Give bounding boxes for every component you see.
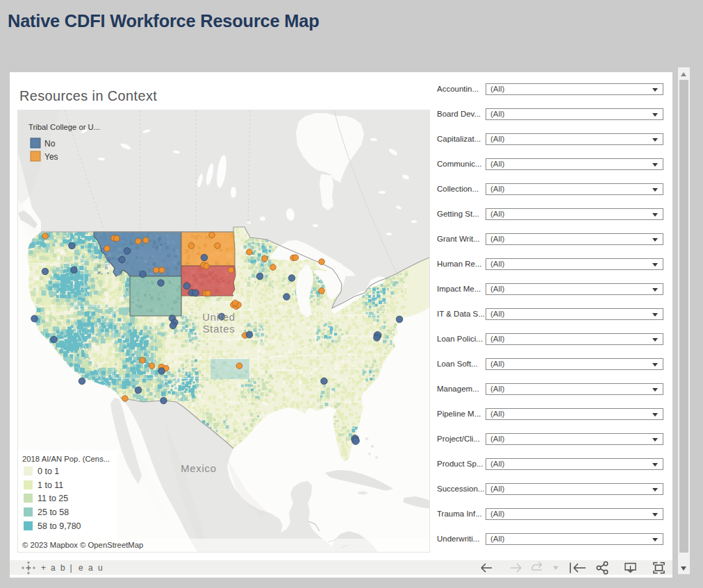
svg-text:58 to 9,780: 58 to 9,780 <box>38 521 81 531</box>
svg-text:Yes: Yes <box>44 152 58 162</box>
svg-text:+: + <box>41 563 46 573</box>
svg-text:0 to 1: 0 to 1 <box>38 467 59 476</box>
svg-text:States: States <box>203 324 235 335</box>
svg-text:1 to 11: 1 to 11 <box>38 480 63 490</box>
svg-text:25 to 58: 25 to 58 <box>38 507 69 517</box>
svg-text:e: e <box>78 563 83 573</box>
svg-text:b: b <box>60 563 65 573</box>
svg-text:2018 AI/AN Pop. (Cens...: 2018 AI/AN Pop. (Cens... <box>22 455 110 463</box>
svg-text:a: a <box>51 563 56 573</box>
svg-text:No: No <box>44 139 56 149</box>
svg-text:Mexico: Mexico <box>181 463 217 474</box>
svg-text:11 to 25: 11 to 25 <box>38 494 68 503</box>
svg-text:© 2023 Mapbox © OpenStreetMap: © 2023 Mapbox © OpenStreetMap <box>22 541 143 549</box>
svg-text:United: United <box>202 312 235 323</box>
svg-text:a: a <box>88 563 93 573</box>
svg-text:u: u <box>98 563 103 573</box>
svg-text:|: | <box>70 563 72 573</box>
svg-text:Tribal College or U...: Tribal College or U... <box>28 123 100 131</box>
